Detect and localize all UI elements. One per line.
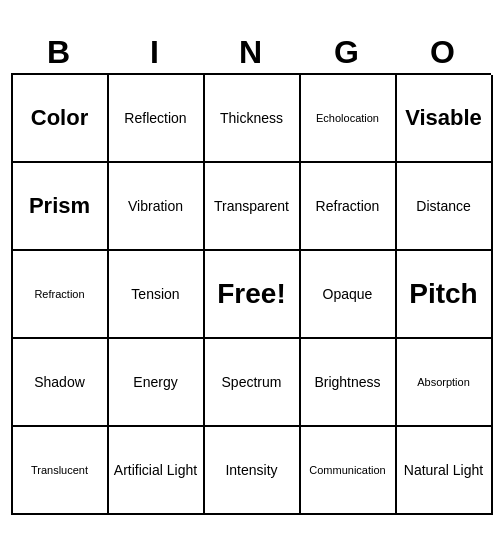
cell-text-2-2: Free!: [217, 278, 285, 310]
bingo-cell-3-2[interactable]: Spectrum: [205, 339, 301, 427]
cell-text-1-1: Vibration: [128, 198, 183, 214]
bingo-cell-3-0[interactable]: Shadow: [13, 339, 109, 427]
cell-text-0-2: Thickness: [220, 110, 283, 126]
bingo-cell-0-1[interactable]: Reflection: [109, 75, 205, 163]
bingo-cell-3-3[interactable]: Brightness: [301, 339, 397, 427]
bingo-cell-2-3[interactable]: Opaque: [301, 251, 397, 339]
bingo-cell-0-0[interactable]: Color: [13, 75, 109, 163]
header-letter-b: B: [15, 34, 103, 71]
bingo-cell-1-4[interactable]: Distance: [397, 163, 493, 251]
cell-text-0-1: Reflection: [124, 110, 186, 126]
bingo-cell-1-0[interactable]: Prism: [13, 163, 109, 251]
cell-text-3-0: Shadow: [34, 374, 85, 390]
cell-text-4-4: Natural Light: [404, 462, 483, 478]
header-letter-o: O: [399, 34, 487, 71]
bingo-cell-2-4[interactable]: Pitch: [397, 251, 493, 339]
bingo-cell-3-1[interactable]: Energy: [109, 339, 205, 427]
cell-text-3-3: Brightness: [314, 374, 380, 390]
cell-text-2-1: Tension: [131, 286, 179, 302]
bingo-cell-0-4[interactable]: Visable: [397, 75, 493, 163]
cell-text-4-0: Translucent: [31, 464, 88, 476]
cell-text-4-2: Intensity: [225, 462, 277, 478]
bingo-header: BINGO: [11, 30, 491, 73]
header-letter-n: N: [207, 34, 295, 71]
bingo-cell-4-1[interactable]: Artificial Light: [109, 427, 205, 515]
cell-text-4-1: Artificial Light: [114, 462, 197, 478]
bingo-cell-1-2[interactable]: Transparent: [205, 163, 301, 251]
header-letter-i: I: [111, 34, 199, 71]
bingo-cell-4-4[interactable]: Natural Light: [397, 427, 493, 515]
cell-text-3-2: Spectrum: [222, 374, 282, 390]
header-letter-g: G: [303, 34, 391, 71]
cell-text-2-4: Pitch: [409, 278, 477, 310]
cell-text-1-4: Distance: [416, 198, 470, 214]
bingo-cell-3-4[interactable]: Absorption: [397, 339, 493, 427]
bingo-cell-4-3[interactable]: Communication: [301, 427, 397, 515]
bingo-cell-1-3[interactable]: Refraction: [301, 163, 397, 251]
bingo-card: BINGO ColorReflectionThicknessEcholocati…: [11, 30, 491, 515]
cell-text-3-1: Energy: [133, 374, 177, 390]
cell-text-2-3: Opaque: [323, 286, 373, 302]
cell-text-1-0: Prism: [29, 193, 90, 219]
cell-text-0-4: Visable: [405, 105, 482, 131]
bingo-cell-2-2[interactable]: Free!: [205, 251, 301, 339]
bingo-cell-4-0[interactable]: Translucent: [13, 427, 109, 515]
cell-text-2-0: Refraction: [34, 288, 84, 300]
bingo-cell-2-0[interactable]: Refraction: [13, 251, 109, 339]
cell-text-1-2: Transparent: [214, 198, 289, 214]
bingo-cell-0-3[interactable]: Echolocation: [301, 75, 397, 163]
cell-text-4-3: Communication: [309, 464, 385, 476]
bingo-cell-4-2[interactable]: Intensity: [205, 427, 301, 515]
bingo-cell-1-1[interactable]: Vibration: [109, 163, 205, 251]
cell-text-0-3: Echolocation: [316, 112, 379, 124]
bingo-grid: ColorReflectionThicknessEcholocationVisa…: [11, 73, 491, 515]
cell-text-1-3: Refraction: [316, 198, 380, 214]
cell-text-0-0: Color: [31, 105, 88, 131]
bingo-cell-0-2[interactable]: Thickness: [205, 75, 301, 163]
bingo-cell-2-1[interactable]: Tension: [109, 251, 205, 339]
cell-text-3-4: Absorption: [417, 376, 470, 388]
